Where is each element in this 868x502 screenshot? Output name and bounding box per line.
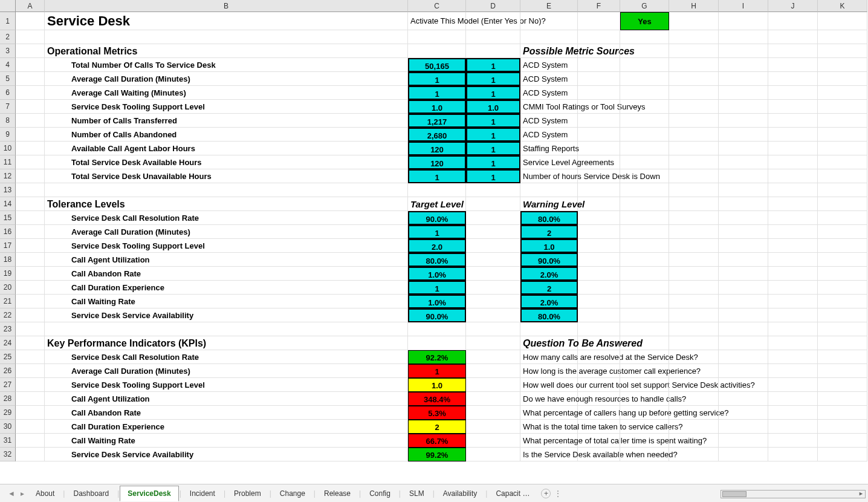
tolerance-warning[interactable]: 1.0 <box>520 239 578 253</box>
cell[interactable] <box>669 392 719 406</box>
cell[interactable] <box>669 322 719 336</box>
kpi-value[interactable]: 99.2% <box>408 448 466 461</box>
tolerance-label[interactable]: Call Agent Utilization <box>45 253 408 267</box>
cell[interactable] <box>768 114 818 128</box>
metric-value-c[interactable]: 1.0 <box>408 100 466 114</box>
cell[interactable] <box>669 308 719 322</box>
cell[interactable] <box>719 308 768 322</box>
cell[interactable] <box>620 406 669 420</box>
row-header-26[interactable]: 26 <box>0 364 16 378</box>
cell[interactable] <box>16 378 45 392</box>
cell[interactable] <box>719 44 768 58</box>
cell[interactable] <box>768 72 818 86</box>
cell[interactable] <box>620 128 669 142</box>
tolerance-label[interactable]: Average Call Duration (Minutes) <box>45 225 408 239</box>
cell[interactable] <box>408 30 466 44</box>
cell[interactable] <box>16 225 45 239</box>
tab-capacit[interactable]: Capacit … <box>488 486 537 501</box>
cell[interactable] <box>768 58 818 72</box>
cell[interactable] <box>818 378 867 392</box>
cell[interactable] <box>768 295 818 308</box>
tolerance-warning[interactable]: 2.0% <box>520 267 578 281</box>
kpi-value[interactable]: 1.0 <box>408 378 466 392</box>
cell[interactable] <box>16 308 45 322</box>
cell[interactable] <box>669 225 719 239</box>
cell[interactable] <box>818 142 867 155</box>
col-header-B[interactable]: B <box>45 0 408 12</box>
metric-label[interactable]: Service Desk Tooling Support Level <box>45 100 408 114</box>
cell[interactable] <box>466 253 520 267</box>
cell[interactable] <box>719 420 768 434</box>
cell[interactable] <box>16 169 45 183</box>
cell[interactable] <box>669 420 719 434</box>
kpi-value[interactable]: 66.7% <box>408 434 466 448</box>
cell[interactable] <box>466 434 520 448</box>
cell[interactable] <box>818 295 867 308</box>
cell[interactable] <box>719 322 768 336</box>
cell[interactable] <box>620 100 669 114</box>
row-header-11[interactable]: 11 <box>0 155 16 169</box>
cell[interactable] <box>620 114 669 128</box>
cell[interactable] <box>466 183 520 197</box>
cell[interactable] <box>669 100 719 114</box>
cell[interactable] <box>466 350 520 364</box>
cell[interactable] <box>578 420 620 434</box>
row-header-17[interactable]: 17 <box>0 239 16 253</box>
cell[interactable] <box>16 183 45 197</box>
cell[interactable] <box>466 197 520 211</box>
cell[interactable] <box>768 142 818 155</box>
col-header-F[interactable]: F <box>578 0 620 12</box>
row-header-22[interactable]: 22 <box>0 308 16 322</box>
cell[interactable] <box>669 86 719 100</box>
cell[interactable] <box>669 253 719 267</box>
cell[interactable] <box>768 378 818 392</box>
cell[interactable] <box>768 86 818 100</box>
metric-value-d[interactable]: 1 <box>466 142 520 155</box>
cell[interactable] <box>768 364 818 378</box>
cell[interactable] <box>818 322 867 336</box>
cell[interactable] <box>768 281 818 295</box>
row-header-10[interactable]: 10 <box>0 142 16 155</box>
tolerance-target[interactable]: 1 <box>408 281 466 295</box>
cell[interactable] <box>466 211 520 225</box>
cell[interactable] <box>520 183 578 197</box>
cell[interactable] <box>768 44 818 58</box>
row-header-30[interactable]: 30 <box>0 420 16 434</box>
metric-label[interactable]: Average Call Duration (Minutes) <box>45 72 408 86</box>
cell[interactable] <box>466 420 520 434</box>
cell[interactable] <box>818 30 867 44</box>
cell[interactable] <box>620 281 669 295</box>
cell[interactable] <box>578 12 620 30</box>
cell[interactable] <box>768 267 818 281</box>
metric-value-c[interactable]: 1 <box>408 169 466 183</box>
cell[interactable] <box>768 197 818 211</box>
cell[interactable] <box>818 211 867 225</box>
cell[interactable] <box>16 322 45 336</box>
cell[interactable] <box>520 30 578 44</box>
cell[interactable] <box>719 128 768 142</box>
metric-source[interactable]: CMMI Tool Ratings or Tool Surveys <box>520 100 578 114</box>
cell[interactable] <box>818 308 867 322</box>
cell[interactable] <box>768 169 818 183</box>
cell[interactable] <box>719 336 768 350</box>
col-header-K[interactable]: K <box>818 0 867 12</box>
tolerance-warning[interactable]: 90.0% <box>520 253 578 267</box>
cell[interactable] <box>669 350 719 364</box>
cell[interactable] <box>669 197 719 211</box>
cell[interactable] <box>16 434 45 448</box>
tolerance-label[interactable]: Call Abandon Rate <box>45 267 408 281</box>
tab-options-icon[interactable]: ⋮ <box>554 489 562 498</box>
metric-label[interactable]: Total Number Of Calls To Service Desk <box>45 58 408 72</box>
kpi-value[interactable]: 5.3% <box>408 406 466 420</box>
cell[interactable] <box>466 267 520 281</box>
cell[interactable] <box>719 406 768 420</box>
row-header-31[interactable]: 31 <box>0 434 16 448</box>
tolerance-target[interactable]: 1.0% <box>408 295 466 308</box>
cell[interactable] <box>818 58 867 72</box>
cell[interactable] <box>719 58 768 72</box>
cell[interactable] <box>719 448 768 461</box>
row-header-20[interactable]: 20 <box>0 281 16 295</box>
cell[interactable] <box>466 225 520 239</box>
cell[interactable] <box>578 392 620 406</box>
cell[interactable] <box>578 253 620 267</box>
